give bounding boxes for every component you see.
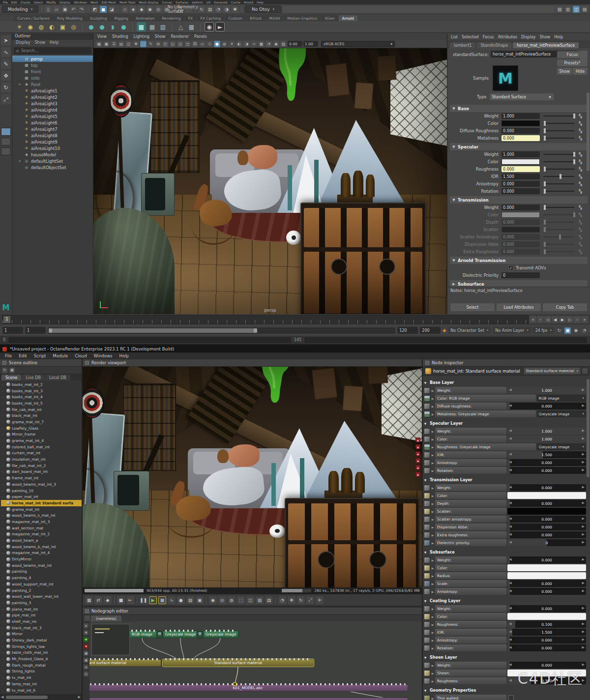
material-list-item[interactable]: › file_cab_mat_int_2 bbox=[1, 463, 82, 469]
attribute-row[interactable]: Extra Roughness 0.000 ▚ Extra Roughness bbox=[450, 248, 583, 255]
expand-icon[interactable]: › bbox=[2, 427, 5, 430]
inspector-row[interactable]: ▼ Base Layer ◀▶ bbox=[424, 379, 586, 386]
expand-icon[interactable]: › bbox=[2, 489, 5, 493]
render-layer-icon[interactable]: ▪ bbox=[415, 458, 420, 463]
light-portal-icon[interactable]: ▣ bbox=[58, 22, 67, 31]
texture-dropdown[interactable]: RGB image bbox=[537, 395, 586, 402]
shelf-tab[interactable]: FX Caching bbox=[197, 15, 224, 21]
shaded-icon[interactable]: ● bbox=[214, 41, 220, 47]
anim-layer-dropdown[interactable]: No Anim Layer bbox=[493, 327, 531, 334]
layout-four-pane-button[interactable] bbox=[1, 138, 11, 146]
workspace-icon-character[interactable]: ▥ bbox=[564, 6, 571, 13]
ae-menu-item[interactable]: Display bbox=[521, 35, 536, 39]
ae-menu-item[interactable]: Help bbox=[554, 35, 563, 39]
inspector-row[interactable]: ▶ Scatter anisotropy: ◀0.000▶ 0.000 bbox=[424, 516, 586, 523]
material-list-item[interactable]: › books_mat_int_2 bbox=[1, 381, 82, 388]
gamma-field[interactable]: 1.00 bbox=[303, 41, 318, 47]
divider[interactable] bbox=[172, 23, 172, 31]
parameter-slider[interactable]: ◀1.000▶ bbox=[507, 436, 586, 442]
menu-item[interactable]: Edit bbox=[11, 0, 17, 4]
material-list-item[interactable]: › books_mat_int_3 bbox=[1, 388, 82, 394]
flat-shader-icon[interactable]: ◗ bbox=[108, 22, 118, 31]
map-texture-icon[interactable]: ▚ bbox=[578, 152, 583, 157]
attribute-value-field[interactable]: 0.000 bbox=[502, 181, 540, 187]
outliner-search-input[interactable]: ◎ Search... bbox=[14, 47, 91, 54]
arnold-renderview-icon[interactable]: ◉ bbox=[205, 22, 214, 31]
attribute-value-field[interactable]: 0 bbox=[502, 272, 540, 278]
outliner-item[interactable]: ▦ top bbox=[12, 62, 93, 68]
outliner-item[interactable]: ✳ aiAreaLight3 bbox=[12, 100, 93, 107]
expand-icon[interactable]: › bbox=[2, 545, 5, 549]
expand-icon[interactable]: ▶ bbox=[431, 405, 434, 408]
animation-prefs-icon[interactable]: ◔ bbox=[581, 327, 588, 334]
expand-icon[interactable]: › bbox=[2, 433, 5, 436]
expand-icon[interactable]: ▶ bbox=[431, 430, 434, 433]
expand-icon[interactable]: › bbox=[2, 514, 5, 517]
material-list-item[interactable]: › frame_mat_int bbox=[1, 475, 82, 481]
divider[interactable] bbox=[137, 597, 137, 604]
parameter-slider[interactable]: ◀0.000▶ bbox=[507, 637, 586, 643]
section-expand-icon[interactable]: ▼ bbox=[450, 107, 458, 111]
section-expand-icon[interactable]: ▼ bbox=[450, 259, 458, 262]
expand-icon[interactable]: › bbox=[2, 664, 5, 667]
material-list-item[interactable]: › DirtyMirror bbox=[1, 556, 82, 562]
attribute-row[interactable]: Weight 1.000 ▚ Weight bbox=[450, 151, 583, 158]
outliner-item[interactable]: ◈ houseModel bbox=[12, 151, 93, 158]
attribute-slider[interactable] bbox=[543, 183, 574, 184]
octane-render-viewport[interactable]: ▪ ▪ ▪ ▪ ▪ ▪ bbox=[83, 367, 422, 587]
ae-menu-item[interactable]: Focus bbox=[483, 35, 494, 39]
attribute-value-field[interactable]: 1.000 bbox=[502, 113, 540, 119]
inspector-row[interactable]: ▶ IOR: ◀1.500▶ 1.500 bbox=[424, 451, 586, 458]
go-to-end-icon[interactable]: » bbox=[581, 316, 588, 323]
copy-image-icon[interactable]: ⇄ bbox=[94, 596, 102, 604]
inspector-row[interactable]: ▶ Anisotropy: ◀0.000▶ 0.000 bbox=[424, 459, 586, 466]
expand-icon[interactable]: ▶ bbox=[431, 679, 434, 683]
expand-icon[interactable]: ▶ bbox=[431, 494, 434, 497]
viewport-canvas[interactable]: persp bbox=[93, 48, 447, 314]
expand-icon[interactable]: › bbox=[2, 445, 5, 449]
fit-view-icon[interactable]: ⤢ bbox=[306, 596, 314, 604]
attribute-row[interactable]: Color ▚ Color bbox=[450, 120, 583, 127]
pick-white-balance-icon[interactable]: ◍ bbox=[228, 596, 236, 604]
auto-keyframe-icon[interactable]: ▣ bbox=[564, 327, 571, 334]
expand-icon[interactable]: › bbox=[2, 470, 5, 473]
animation-start-field[interactable]: 1 bbox=[2, 327, 23, 334]
orbit-icon[interactable]: ↻ bbox=[297, 596, 305, 604]
outliner-item[interactable]: ✳ aiAreaLight1 bbox=[12, 88, 93, 94]
menu-item[interactable]: Generate bbox=[214, 0, 228, 4]
save-scene-icon[interactable]: ▣ bbox=[61, 6, 68, 13]
expand-icon[interactable]: ▼ bbox=[424, 551, 427, 554]
material-list-item[interactable]: › Mt_Frosted_Glass_4 bbox=[1, 656, 82, 662]
help-icon[interactable] bbox=[582, 368, 588, 374]
outliner-hscrollbar[interactable]: ◀ ▶ bbox=[0, 694, 82, 700]
expand-icon[interactable]: ▶ bbox=[431, 646, 434, 650]
open-scene-icon[interactable]: ▱ bbox=[53, 6, 60, 13]
pick-focus-icon[interactable]: ◎ bbox=[218, 596, 226, 604]
menu-item[interactable]: Mesh bbox=[90, 0, 98, 4]
map-texture-icon[interactable]: ▚ bbox=[578, 205, 583, 210]
step-back-key-icon[interactable]: ◁ bbox=[544, 316, 551, 323]
checkbox[interactable] bbox=[508, 695, 514, 700]
attribute-value-field[interactable]: 0.000 bbox=[502, 188, 540, 194]
node-greyscale-image[interactable]: ▧Greyscale image bbox=[203, 631, 238, 638]
panel-menu-item[interactable]: Show bbox=[155, 34, 166, 39]
view-transform-dropdown[interactable]: sRGB ACES▾ bbox=[321, 41, 395, 47]
shelf-tab[interactable]: Curves / Surfaces bbox=[14, 15, 53, 21]
material-list-item[interactable]: › file_cab_mat_int bbox=[1, 407, 82, 413]
ng-add-icon[interactable]: ✚ bbox=[84, 637, 88, 642]
skydome-light-icon[interactable]: ◉ bbox=[26, 22, 35, 31]
attribute-value-field[interactable]: 0.000 bbox=[502, 234, 540, 240]
expand-icon[interactable]: › bbox=[2, 389, 5, 393]
ng-layout-icon[interactable]: ≡ bbox=[84, 665, 88, 670]
material-list-item[interactable]: › magazine_mat_int_2 bbox=[1, 531, 82, 538]
attribute-value-field[interactable]: 1.000 bbox=[502, 151, 540, 157]
node-type-dropdown[interactable]: Standard surface material bbox=[524, 368, 580, 374]
material-list-item[interactable]: › grama_mat_int_4 bbox=[1, 438, 82, 444]
ipr-render-icon[interactable]: ◑ bbox=[223, 6, 230, 13]
panel-menu-item[interactable]: View bbox=[97, 34, 107, 39]
attribute-slider[interactable] bbox=[543, 154, 574, 155]
field-chart-icon[interactable]: ◳ bbox=[184, 41, 191, 47]
expand-icon[interactable]: ▶ bbox=[431, 623, 434, 626]
material-list-item[interactable]: › wood_beam_a bbox=[1, 537, 82, 544]
menu-item[interactable]: Surfaces bbox=[176, 0, 188, 4]
